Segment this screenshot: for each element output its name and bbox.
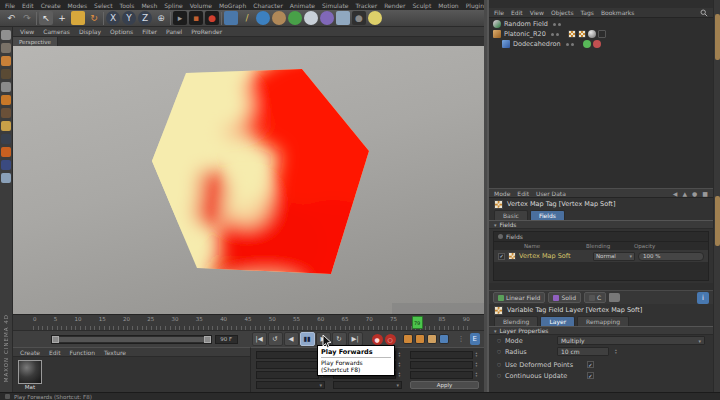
apply-button[interactable]: Apply [410, 381, 479, 389]
object-manager-menu-item[interactable]: Bookmarks [601, 9, 635, 16]
position-y-field[interactable]: ▴▾ [256, 361, 325, 369]
menu-item[interactable]: Volume [190, 2, 212, 9]
render-region-icon[interactable]: ▪ [189, 11, 203, 25]
goto-start-button[interactable]: |◀ [252, 332, 267, 346]
camera-icon[interactable]: ● [352, 11, 366, 25]
radius-stepper[interactable]: ▴▾ [613, 349, 619, 355]
viewport-menu-item[interactable]: Options [110, 28, 133, 35]
menu-item[interactable]: Create [41, 2, 61, 9]
redo-icon[interactable]: ↷ [20, 11, 34, 25]
editor-enabled-icon[interactable] [583, 40, 591, 48]
menu-item[interactable]: Simulate [322, 2, 349, 9]
menu-item[interactable]: Select [94, 2, 113, 9]
search-icon[interactable] [700, 9, 708, 17]
object-manager-menu-item[interactable]: Tags [581, 9, 594, 16]
snap-icon[interactable] [1, 160, 11, 170]
axis-mode-icon[interactable] [1, 134, 11, 144]
y-axis-lock-icon[interactable]: Y [122, 11, 136, 25]
record-keyframe-icon[interactable]: ● [372, 334, 383, 345]
menu-item[interactable]: Animate [290, 2, 315, 9]
separator[interactable] [221, 12, 222, 25]
mode-dropdown[interactable]: Multiply [557, 336, 705, 345]
viewport-canvas[interactable] [13, 46, 484, 314]
field-layer-tab[interactable]: Layer [540, 316, 575, 326]
object-name[interactable]: Platonic_R20 [504, 30, 546, 38]
menu-item[interactable]: Mesh [141, 2, 157, 9]
edges-mode-icon[interactable] [1, 95, 11, 105]
keyframe-scale-icon[interactable] [415, 334, 425, 344]
clamp-button[interactable]: C [584, 292, 606, 303]
phong-tag[interactable] [588, 30, 596, 38]
object-manager-menu-item[interactable]: View [530, 9, 544, 16]
x-axis-lock-icon[interactable]: X [106, 11, 120, 25]
folder-icon[interactable] [609, 293, 620, 302]
generator-icon[interactable] [272, 11, 286, 25]
render-view-icon[interactable]: ▸ [173, 11, 187, 25]
rotate-icon[interactable]: ↻ [87, 11, 101, 25]
scale-icon[interactable] [71, 11, 85, 25]
range-end-handle[interactable] [204, 336, 211, 343]
render-settings-icon[interactable]: ● [205, 11, 219, 25]
object-manager-menu-item[interactable]: File [494, 9, 504, 16]
material-item[interactable]: Mat [18, 360, 46, 390]
play-backwards-button[interactable]: ↺ [268, 332, 283, 346]
object-manager-menu-item[interactable]: Edit [511, 9, 523, 16]
edit-keyframes-icon[interactable]: E [470, 333, 480, 345]
workplane-mode-icon[interactable] [1, 69, 11, 79]
use-deformed-points-checkbox[interactable] [587, 361, 594, 368]
points-mode-icon[interactable] [1, 82, 11, 92]
range-end-field[interactable]: 90 F [215, 335, 238, 344]
playhead[interactable]: 79 [412, 316, 423, 329]
opacity-field[interactable]: 100 % [638, 252, 704, 261]
viewport-menu-item[interactable]: ProRender [191, 28, 222, 35]
coords-mode-dropdown[interactable] [256, 381, 325, 389]
attribute-toolbar-icon[interactable]: ◀ [673, 190, 678, 197]
texture-mode-icon[interactable] [1, 56, 11, 66]
light-icon[interactable] [368, 11, 382, 25]
tweak-mode-icon[interactable] [1, 121, 11, 131]
attribute-toolbar-icon[interactable]: ▲ [682, 190, 687, 197]
menu-item[interactable]: Sculpt [413, 2, 432, 9]
linear-field-button[interactable]: Linear Field [493, 292, 545, 303]
object-row[interactable]: Random Field [489, 19, 713, 29]
pen-spline-icon[interactable]: / [240, 11, 254, 25]
object-row[interactable]: Platonic_R20 [489, 29, 713, 39]
attribute-menu-item[interactable]: User Data [536, 190, 566, 197]
menu-item[interactable]: Spline [164, 2, 182, 9]
field-layer-row[interactable]: Vertex Map Soft Normal 100 % [494, 250, 708, 262]
keyframe-parameter-icon[interactable] [439, 334, 449, 344]
attribute-toolbar-icon[interactable]: ● [692, 190, 697, 197]
deformer-icon[interactable] [288, 11, 302, 25]
position-z-field[interactable]: ▴▾ [256, 371, 325, 379]
pause-button[interactable]: ▮▮ [300, 332, 315, 346]
menu-item[interactable]: Tracker [356, 2, 378, 9]
play-cycle-button[interactable]: ↻ [332, 332, 347, 346]
attribute-menu-item[interactable]: Mode [494, 190, 510, 197]
rotation-b-field[interactable]: ▴▾ [410, 371, 479, 379]
attribute-menu-item[interactable]: Edit [517, 190, 529, 197]
object-name[interactable]: Dodecahedron [513, 40, 561, 48]
render-enabled-icon[interactable] [593, 40, 601, 48]
keyframe-rotation-icon[interactable] [427, 334, 437, 344]
object-manager-menu-item[interactable]: Objects [551, 9, 574, 16]
live-selection-icon[interactable]: ↖ [39, 11, 53, 25]
menu-item[interactable]: Motion [438, 2, 458, 9]
field-enabled-checkbox[interactable] [498, 253, 505, 260]
material-menu-item[interactable]: Edit [49, 349, 61, 356]
range-start-handle[interactable] [52, 336, 59, 343]
continuous-update-checkbox[interactable] [587, 372, 594, 379]
material-menu-item[interactable]: Function [70, 349, 96, 356]
radius-field[interactable]: 10 cm [557, 347, 609, 356]
make-editable-icon[interactable] [1, 30, 11, 40]
move-icon[interactable]: + [55, 11, 69, 25]
material-menu-item[interactable]: Texture [104, 349, 126, 356]
separator[interactable] [36, 12, 37, 25]
menu-item[interactable]: Modes [68, 2, 87, 9]
scrollbar-thumb[interactable] [715, 196, 720, 246]
z-axis-lock-icon[interactable]: Z [138, 11, 152, 25]
field-object-toolbar-icon[interactable] [320, 11, 334, 25]
keyframe-position-icon[interactable] [403, 334, 413, 344]
menu-item[interactable]: Tools [120, 2, 135, 9]
rotation-h-field[interactable]: ▴▾ [410, 351, 479, 359]
polygons-mode-icon[interactable] [1, 108, 11, 118]
